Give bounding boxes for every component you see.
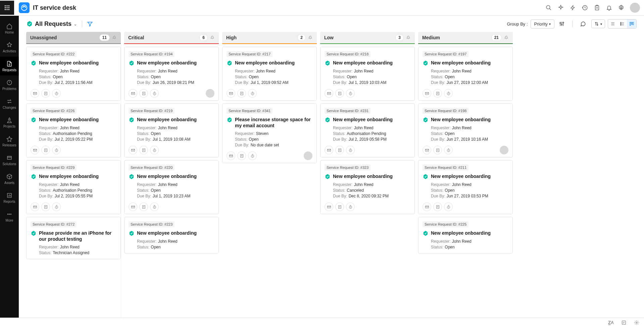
sidebar-item-changes[interactable]: Changes [0,94,19,113]
request-card[interactable]: Service Request ID: #220 New employee on… [124,160,219,214]
request-card[interactable]: Service Request ID: #272 Please provide … [26,217,121,259]
note-icon[interactable] [335,146,344,154]
assignee-avatar[interactable] [304,151,312,160]
timer-icon[interactable] [444,146,453,154]
gear-icon[interactable] [616,3,626,12]
sidebar-item-assets[interactable]: Assets [0,170,19,188]
mail-icon[interactable] [227,151,235,160]
note-icon[interactable] [335,89,344,98]
mail-icon[interactable] [129,89,137,98]
chat-icon[interactable] [578,19,588,29]
note-icon[interactable] [41,146,50,154]
sparkle-icon[interactable] [556,3,565,12]
timer-icon[interactable] [52,202,61,211]
mail-icon[interactable] [227,89,235,98]
sidebar-item-activities[interactable]: Activities [0,38,19,57]
mail-icon[interactable] [423,89,431,98]
sidebar-item-problems[interactable]: Problems [0,76,19,94]
request-card[interactable]: Service Request ID: #197 New employee on… [418,47,513,101]
timer-icon[interactable] [444,89,453,98]
note-icon[interactable] [41,202,50,211]
sidebar-item-reports[interactable]: Reports [0,188,19,207]
note-icon[interactable] [139,202,148,211]
view-selector[interactable]: All Requests ⌄ [26,20,77,28]
mail-icon[interactable] [31,202,39,211]
request-card[interactable]: Service Request ID: #194 New employee on… [124,47,219,101]
request-card[interactable]: Service Request ID: #211 New employee on… [418,160,513,214]
kanban-view-button[interactable] [627,19,636,28]
pin-icon[interactable] [112,36,117,40]
status-label: Status: [333,131,345,136]
request-card[interactable]: Service Request ID: #341 Please increase… [222,103,317,163]
mail-icon[interactable] [31,89,39,98]
request-card[interactable]: Service Request ID: #222 New employee on… [26,47,121,101]
note-icon[interactable] [139,146,148,154]
group-by-select[interactable]: Priority ▾ [531,19,554,29]
note-icon[interactable] [433,89,442,98]
request-card[interactable]: Service Request ID: #226 New employee on… [26,103,121,157]
settings-small-icon[interactable] [632,319,641,326]
note-icon[interactable] [433,202,442,211]
note-icon[interactable] [619,319,629,326]
request-card[interactable]: Service Request ID: #223 New employee on… [124,217,219,253]
mail-icon[interactable] [31,146,39,154]
timer-icon[interactable] [444,202,453,211]
list-view-button[interactable] [608,19,617,28]
request-card[interactable]: Service Request ID: #217 New employee on… [222,47,317,101]
lightning-icon[interactable] [568,3,578,12]
mail-icon[interactable] [325,89,333,98]
sort-select[interactable]: ▾ [591,19,605,28]
clipboard-icon[interactable] [592,3,602,12]
note-icon[interactable] [237,89,246,98]
request-card[interactable]: Service Request ID: #229 New employee on… [26,160,121,214]
user-avatar[interactable] [630,3,640,13]
timer-icon[interactable] [346,89,355,98]
mail-icon[interactable] [129,202,137,211]
mail-icon[interactable] [325,146,333,154]
mail-icon[interactable] [129,146,137,154]
timer-icon[interactable] [52,89,61,98]
note-icon[interactable] [237,151,246,160]
za-icon[interactable]: Z̲A [606,320,616,326]
sidebar-item-home[interactable]: Home [0,19,19,38]
request-card[interactable]: Service Request ID: #218 New employee on… [320,47,415,101]
request-card[interactable]: Service Request ID: #225 New employee on… [418,217,513,253]
apps-menu-icon[interactable] [0,1,14,15]
pin-icon[interactable] [308,36,313,40]
pin-icon[interactable] [210,36,215,40]
request-card[interactable]: Service Request ID: #219 New employee on… [124,103,219,157]
note-icon[interactable] [139,89,148,98]
mail-icon[interactable] [423,146,431,154]
sidebar-item-projects[interactable]: Projects [0,113,19,132]
sidebar-item-releases[interactable]: Releases [0,132,19,151]
timer-icon[interactable] [346,146,355,154]
pin-icon[interactable] [406,36,411,40]
timer-icon[interactable] [346,202,355,211]
request-card[interactable]: Service Request ID: #231 New employee on… [320,103,415,157]
sliders-icon[interactable] [557,19,566,29]
detail-view-button[interactable] [617,19,627,28]
timer-icon[interactable] [52,146,61,154]
sidebar-item-solutions[interactable]: Solutions [0,151,19,170]
assignee-avatar[interactable] [206,89,214,98]
sidebar-item-more[interactable]: More [0,207,19,226]
filter-icon[interactable] [87,21,93,27]
timer-icon[interactable] [248,89,257,98]
assignee-avatar[interactable] [500,146,508,154]
request-card[interactable]: Service Request ID: #323 New employee on… [320,160,415,214]
note-icon[interactable] [433,146,442,154]
search-icon[interactable] [544,3,553,12]
pin-icon[interactable] [504,36,509,40]
timer-icon[interactable] [150,146,159,154]
timer-icon[interactable] [150,202,159,211]
timer-icon[interactable] [150,89,159,98]
mail-icon[interactable] [325,202,333,211]
request-card[interactable]: Service Request ID: #198 New employee on… [418,103,513,157]
bell-icon[interactable] [604,3,614,12]
sidebar-item-requests[interactable]: Requests [0,57,19,76]
note-icon[interactable] [335,202,344,211]
note-icon[interactable] [41,89,50,98]
mail-icon[interactable] [423,202,431,211]
history-icon[interactable] [580,3,590,12]
timer-icon[interactable] [248,151,257,160]
